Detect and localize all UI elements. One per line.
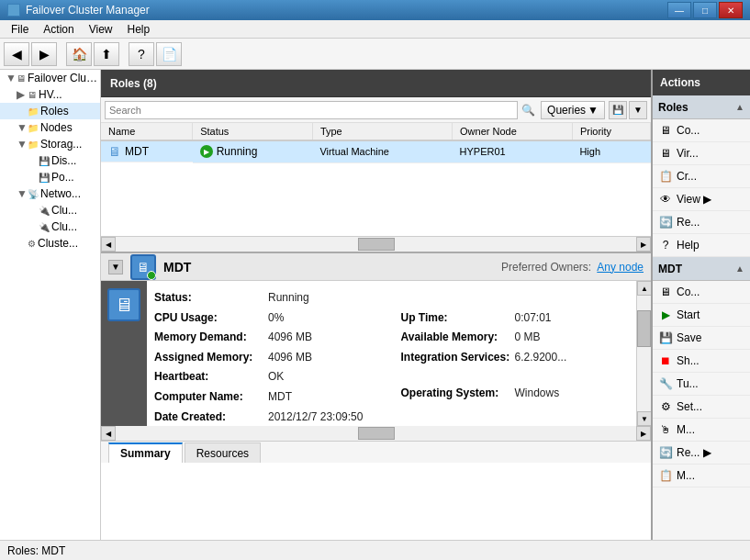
tab-resources[interactable]: Resources — [185, 442, 261, 463]
action-view[interactable]: 👁 View ▶ — [653, 188, 750, 211]
table-hscrollbar[interactable]: ◀ ▶ — [101, 237, 651, 252]
action-set-icon: ⚙ — [658, 399, 673, 414]
action-mdt-save[interactable]: 💾 Save — [653, 327, 750, 350]
help-button[interactable]: ? — [129, 42, 154, 66]
detail-hscroll-track — [116, 426, 636, 441]
menu-view[interactable]: View — [82, 21, 120, 38]
menu-file[interactable]: File — [4, 21, 36, 38]
compname-value: MDT — [268, 387, 292, 408]
tree-item-dis[interactable]: 💾 Dis... — [0, 152, 100, 169]
vscroll-thumb — [637, 310, 651, 347]
action-m2-icon: 📋 — [658, 468, 673, 483]
col-name: Name — [101, 123, 193, 140]
availmem-label: Available Memory: — [401, 328, 511, 348]
os-value: Windows — [515, 384, 560, 404]
heartbeat-label: Heartbeat: — [154, 367, 264, 387]
memdeman-label: Memory Demand: — [154, 328, 264, 348]
hscroll-left[interactable]: ◀ — [101, 237, 116, 252]
menu-help[interactable]: Help — [120, 21, 158, 38]
roles-header: Roles (8) — [101, 70, 651, 97]
detail-hscroll-right[interactable]: ▶ — [636, 426, 651, 441]
cpu-label: CPU Usage: — [154, 308, 264, 329]
tree-item-network[interactable]: ▼ 📡 Netwo... — [0, 185, 100, 202]
mdt-section-arrow: ▲ — [735, 263, 744, 274]
queries-button[interactable]: Queries ▼ — [541, 101, 605, 119]
memdeman-value: 4096 MB — [268, 328, 312, 348]
detail-tabs: Summary Resources — [101, 441, 651, 463]
tree-item-hv[interactable]: ▶ 🖥 HV... — [0, 86, 100, 103]
detail-hscrollbar[interactable]: ◀ ▶ — [101, 426, 651, 441]
action-mdt-m2[interactable]: 📋 M... — [653, 465, 750, 487]
action-mdt-set[interactable]: ⚙ Set... — [653, 396, 750, 419]
status-label: Status: — [154, 288, 264, 308]
search-input[interactable] — [105, 101, 518, 119]
action-mdt-m1[interactable]: 🖱 M... — [653, 419, 750, 442]
preferred-owners-label: Preferred Owners: Any node — [501, 261, 644, 274]
detail-vscrollbar[interactable]: ▲ ▼ — [636, 281, 651, 426]
uptime-value: 0:07:01 — [515, 308, 552, 329]
hscroll-track — [116, 237, 636, 252]
vscroll-up[interactable]: ▲ — [637, 281, 651, 296]
search-bar: 🔍 Queries ▼ 💾 ▼ — [101, 97, 651, 123]
up-button[interactable]: ⬆ — [94, 42, 119, 66]
assignedmem-value: 4096 MB — [268, 348, 312, 368]
table-row[interactable]: 🖥 MDT ▶ Running Virtual Machine HYPER01 — [101, 140, 651, 162]
actions-roles-section[interactable]: Roles ▲ — [653, 95, 750, 119]
mmc-button[interactable]: 📄 — [156, 42, 182, 66]
back-button[interactable]: ◀ — [4, 42, 29, 66]
tree-item-cluster[interactable]: ⚙ Cluste... — [0, 235, 100, 252]
action-co[interactable]: 🖥 Co... — [653, 119, 750, 142]
action-vir-icon: 🖥 — [658, 146, 673, 161]
tree-item-storage[interactable]: ▼ 📁 Storag... — [0, 136, 100, 152]
maximize-button[interactable]: □ — [693, 2, 717, 18]
action-m1-icon: 🖱 — [658, 422, 673, 437]
action-cr[interactable]: 📋 Cr... — [653, 165, 750, 188]
action-help-icon: ? — [658, 238, 673, 252]
forward-button[interactable]: ▶ — [31, 42, 57, 66]
home-button[interactable]: 🏠 — [66, 42, 92, 66]
actions-mdt-section[interactable]: MDT ▲ — [653, 257, 750, 281]
action-mdt-co-icon: 🖥 — [658, 285, 673, 299]
roles-table: Name Status Type Owner Node Priority 🖥 M… — [101, 123, 651, 163]
detail-hscroll-left[interactable]: ◀ — [101, 426, 116, 441]
action-tu-icon: 🔧 — [658, 376, 673, 391]
tree-item-roles[interactable]: 📁 Roles — [0, 103, 100, 119]
menu-action[interactable]: Action — [36, 21, 81, 38]
tree-item-po[interactable]: 💾 Po... — [0, 169, 100, 185]
detail-title: MDT — [163, 260, 494, 274]
preferred-owners-link[interactable]: Any node — [597, 261, 644, 274]
menu-bar: File Action View Help — [0, 20, 750, 39]
actions-panel: Actions Roles ▲ 🖥 Co... 🖥 Vir... 📋 Cr...… — [651, 70, 750, 540]
tree-item-clu2[interactable]: 🔌 Clu... — [0, 218, 100, 235]
action-mdt-re[interactable]: 🔄 Re... ▶ — [653, 442, 750, 465]
row-owner: HYPER01 — [453, 140, 573, 162]
detail-header: ▼ 🖥 MDT Preferred Owners: Any node — [101, 253, 651, 281]
action-mdt-sh[interactable]: ⏹ Sh... — [653, 350, 750, 373]
tree-item-failover-cluster[interactable]: ▼ 🖥 Failover Clust... — [0, 70, 100, 86]
action-vir[interactable]: 🖥 Vir... — [653, 142, 750, 165]
tree-item-nodes[interactable]: ▼ 📁 Nodes — [0, 119, 100, 136]
action-mdt-co[interactable]: 🖥 Co... — [653, 281, 750, 304]
status-running-icon: ▶ — [200, 145, 213, 158]
action-re[interactable]: 🔄 Re... — [653, 211, 750, 234]
action-sh-icon: ⏹ — [658, 353, 673, 368]
detail-info: Status: Running CPU Usage: 0% Memory Dem… — [147, 281, 636, 426]
detail-collapse-button[interactable]: ▼ — [108, 260, 123, 274]
view-options-button[interactable]: ▼ — [629, 101, 647, 119]
action-help-roles[interactable]: ? Help — [653, 234, 750, 257]
minimize-button[interactable]: — — [667, 2, 691, 18]
close-button[interactable]: ✕ — [719, 2, 743, 18]
col-owner: Owner Node — [453, 123, 573, 140]
availmem-value: 0 MB — [515, 328, 541, 348]
vscroll-down[interactable]: ▼ — [637, 411, 651, 426]
action-view-icon: 👁 — [658, 192, 673, 207]
hscroll-right[interactable]: ▶ — [636, 237, 651, 252]
row-name: 🖥 MDT — [101, 141, 193, 162]
view-save-button[interactable]: 💾 — [609, 101, 627, 119]
action-mdt-start[interactable]: ▶ Start — [653, 304, 750, 327]
action-cr-icon: 📋 — [658, 169, 673, 184]
tab-summary[interactable]: Summary — [108, 442, 183, 463]
tree-item-clu1[interactable]: 🔌 Clu... — [0, 202, 100, 218]
action-mdt-tu[interactable]: 🔧 Tu... — [653, 373, 750, 396]
tree-panel: ▼ 🖥 Failover Clust... ▶ 🖥 HV... 📁 Roles … — [0, 70, 101, 540]
